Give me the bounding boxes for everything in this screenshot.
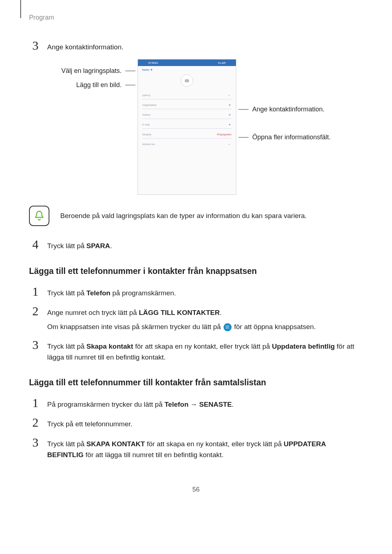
mock-field: Adresni ulo⌄ xyxy=(142,139,232,148)
text-bold: Skapa kontakt xyxy=(86,342,133,350)
svg-point-6 xyxy=(226,328,226,329)
keypad-step-3: 3 Tryck lätt på Skapa kontakt för att sk… xyxy=(29,339,363,363)
side-rule xyxy=(20,0,21,18)
text-bold: Telefon xyxy=(86,289,110,297)
text-bold: Uppdatera befintlig xyxy=(272,342,335,350)
arrow-glyph: → xyxy=(188,401,199,408)
text-bold: LÄGG TILL KONTAKTER xyxy=(139,309,220,316)
text-part: . xyxy=(232,401,234,408)
step-text: Ange numret och tryck lätt på LÄGG TILL … xyxy=(47,305,363,332)
step-text: Tryck på ett telefonnummer. xyxy=(47,416,363,430)
step-number: 3 xyxy=(29,436,38,449)
text-part: . xyxy=(110,242,112,250)
text-part: . xyxy=(220,309,221,316)
svg-point-2 xyxy=(228,325,229,326)
camera-icon xyxy=(181,74,193,87)
text-bold: Telefon xyxy=(164,401,188,408)
mock-field: Organisation+ xyxy=(142,99,232,109)
step-number: 3 xyxy=(29,339,38,351)
step-number: 1 xyxy=(29,286,38,298)
step-number: 2 xyxy=(29,416,38,429)
callout-line xyxy=(238,109,249,110)
svg-point-7 xyxy=(227,328,228,329)
note-block: Beroende på vald lagringsplats kan de ty… xyxy=(29,206,363,226)
text-bold: SENASTE xyxy=(199,401,232,408)
callout-storage: Välj en lagringsplats. xyxy=(61,67,122,75)
mock-close: STÄNG xyxy=(148,61,158,65)
step-text: På programskärmen trycker du lätt på Tel… xyxy=(47,397,363,410)
contact-figure: Välj en lagringsplats. Lägg till en bild… xyxy=(29,59,363,195)
text-part: för att skapa en ny kontakt, eller tryck… xyxy=(145,440,283,448)
text-part: för att lägga till numret till en befint… xyxy=(83,451,223,459)
text-part: Tryck lätt på xyxy=(47,440,86,448)
step-text: Ange kontaktinformation. xyxy=(47,40,363,53)
text-part: på programskärmen. xyxy=(110,289,176,297)
svg-point-3 xyxy=(226,327,226,327)
mock-storage-select: Tablet ▼ xyxy=(138,66,236,74)
note-text: Beroende på vald lagringsplats kan de ty… xyxy=(60,211,307,221)
mock-field: (namn)⌄ xyxy=(142,90,232,99)
step-3: 3 Ange kontaktinformation. xyxy=(29,40,363,53)
text-part: Tryck lätt på xyxy=(47,342,86,350)
mock-done: KLAR xyxy=(218,61,226,65)
mock-avatar-row xyxy=(138,74,236,90)
callout-more: Öppna fler informationsfält. xyxy=(252,134,331,141)
subheading-calllog: Lägga till ett telefonnummer till kontak… xyxy=(29,378,363,387)
step-text: Tryck lätt på SPARA. xyxy=(47,238,363,251)
callout-line xyxy=(125,71,135,71)
text-part: Tryck lätt på xyxy=(47,242,86,250)
svg-point-4 xyxy=(227,327,228,327)
text-bold: SKAPA KONTAKT xyxy=(86,440,145,448)
callout-image: Lägg till en bild. xyxy=(76,81,122,89)
page-number: 56 xyxy=(29,486,363,493)
log-step-1: 1 På programskärmen trycker du lätt på T… xyxy=(29,397,363,410)
callout-line xyxy=(125,85,135,85)
text-part: Ange numret och tryck lätt på xyxy=(47,309,139,316)
text-part: Om knappsatsen inte visas på skärmen try… xyxy=(47,323,223,331)
step-text: Tryck lätt på Telefon på programskärmen. xyxy=(47,286,363,299)
mock-field: E-mejl+ xyxy=(142,119,232,129)
mock-topbar: STÄNG KLAR xyxy=(138,59,236,66)
svg-point-8 xyxy=(228,328,229,329)
text-part: för att skapa en ny kontakt, eller tryck… xyxy=(133,342,272,350)
callout-line xyxy=(238,137,249,138)
mock-field: SkupinyRingsignalen xyxy=(142,129,232,139)
keypad-step-2: 2 Ange numret och tryck lätt på LÄGG TIL… xyxy=(29,305,363,332)
step-number: 3 xyxy=(29,40,38,52)
step-text: Tryck lätt på SKAPA KONTAKT för att skap… xyxy=(47,436,363,461)
subheading-keypad: Lägga till ett telefonnummer i kontakter… xyxy=(29,266,363,276)
text-bold: SPARA xyxy=(86,242,110,250)
svg-point-1 xyxy=(227,325,228,326)
text-part: Tryck lätt på xyxy=(47,289,86,297)
mock-screen: STÄNG KLAR Tablet ▼ (namn)⌄ Organisation… xyxy=(138,59,236,195)
svg-point-0 xyxy=(226,325,226,326)
text-part: På programskärmen trycker du lätt på xyxy=(47,401,164,408)
mock-fields: (namn)⌄ Organisation+ Telefon+ E-mejl+ S… xyxy=(138,90,236,148)
callout-info: Ange kontaktinformation. xyxy=(252,106,324,113)
keypad-step-1: 1 Tryck lätt på Telefon på programskärme… xyxy=(29,286,363,299)
note-bell-icon xyxy=(29,206,49,226)
step-number: 4 xyxy=(29,238,38,251)
step-4: 4 Tryck lätt på SPARA. xyxy=(29,238,363,251)
step-number: 1 xyxy=(29,397,38,409)
log-step-2: 2 Tryck på ett telefonnummer. xyxy=(29,416,363,430)
mock-storage-label: Tablet ▼ xyxy=(142,68,153,71)
step-number: 2 xyxy=(29,305,38,317)
svg-point-5 xyxy=(228,327,229,327)
page-category: Program xyxy=(29,14,363,21)
log-step-3: 3 Tryck lätt på SKAPA KONTAKT för att sk… xyxy=(29,436,363,461)
step-text: Tryck lätt på Skapa kontakt för att skap… xyxy=(47,339,363,363)
dialpad-icon xyxy=(224,323,232,331)
mock-field: Telefon+ xyxy=(142,109,232,119)
text-part: för att öppna knappsatsen. xyxy=(234,323,316,331)
